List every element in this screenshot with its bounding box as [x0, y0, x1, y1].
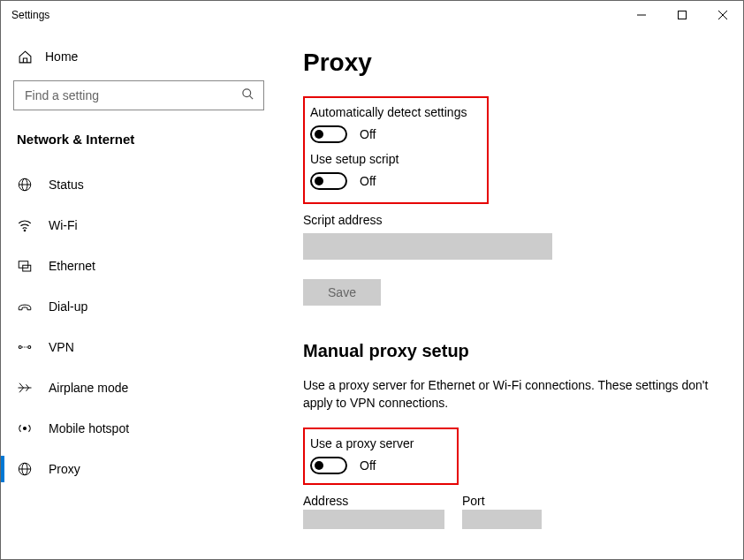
nav-item-wifi[interactable]: Wi-Fi: [1, 205, 277, 246]
proxy-icon: [17, 461, 33, 477]
manual-section-title: Manual proxy setup: [303, 341, 717, 361]
category-title: Network & Internet: [1, 119, 277, 161]
home-link[interactable]: Home: [1, 40, 277, 73]
nav-item-dialup[interactable]: Dial-up: [1, 286, 277, 327]
status-icon: [17, 177, 33, 193]
script-address-input: [303, 233, 552, 260]
use-proxy-state: Off: [360, 458, 376, 473]
nav-label: Ethernet: [49, 259, 95, 273]
port-input: [462, 510, 542, 529]
auto-detect-label: Automatically detect settings: [310, 105, 478, 119]
setup-script-label: Use setup script: [310, 152, 478, 166]
wifi-icon: [17, 217, 33, 233]
nav-label: Status: [49, 178, 84, 192]
save-label: Save: [328, 285, 356, 299]
use-proxy-label: Use a proxy server: [310, 436, 448, 450]
dialup-icon: [17, 299, 33, 314]
nav-item-hotspot[interactable]: Mobile hotspot: [1, 408, 277, 449]
nav-label: Mobile hotspot: [49, 421, 129, 435]
search-box[interactable]: [13, 80, 264, 110]
auto-detect-state: Off: [360, 127, 376, 141]
script-address-label: Script address: [303, 213, 717, 227]
address-input: [303, 510, 444, 529]
home-icon: [17, 49, 33, 64]
maximize-icon: [678, 11, 687, 19]
search-icon: [241, 87, 254, 103]
minimize-button[interactable]: [621, 1, 662, 29]
highlight-auto-section: Automatically detect settings Off Use se…: [303, 96, 489, 204]
nav-item-vpn[interactable]: VPN: [1, 327, 277, 367]
nav-list: Status Wi-Fi Ethernet: [1, 164, 277, 489]
minimize-icon: [637, 11, 646, 19]
nav-item-ethernet[interactable]: Ethernet: [1, 246, 277, 286]
page-title: Proxy: [303, 49, 717, 77]
svg-point-15: [24, 428, 27, 430]
content-pane: Proxy Automatically detect settings Off …: [277, 29, 743, 559]
use-proxy-toggle[interactable]: [310, 457, 347, 474]
svg-line-5: [249, 95, 253, 99]
save-button: Save: [303, 279, 381, 306]
setup-script-toggle[interactable]: [310, 172, 347, 190]
svg-rect-1: [679, 11, 687, 19]
nav-label: Wi-Fi: [49, 218, 78, 232]
setup-script-state: Off: [360, 174, 376, 188]
svg-point-9: [24, 230, 26, 231]
svg-point-4: [243, 89, 251, 97]
svg-point-12: [19, 346, 21, 349]
nav-item-airplane[interactable]: Airplane mode: [1, 367, 277, 408]
titlebar: Settings: [1, 1, 743, 29]
svg-point-13: [28, 346, 31, 349]
auto-detect-toggle[interactable]: [310, 125, 347, 143]
nav-item-proxy[interactable]: Proxy: [1, 449, 277, 489]
maximize-button[interactable]: [662, 1, 702, 29]
hotspot-icon: [17, 420, 33, 436]
highlight-proxy-section: Use a proxy server Off: [303, 428, 459, 485]
nav-label: Proxy: [49, 462, 80, 476]
search-input[interactable]: [23, 87, 241, 103]
nav-label: Airplane mode: [49, 381, 128, 395]
window-title: Settings: [11, 9, 49, 21]
nav-label: VPN: [49, 340, 74, 354]
address-label: Address: [303, 494, 444, 508]
svg-rect-10: [19, 261, 28, 269]
vpn-icon: [17, 339, 33, 355]
sidebar: Home Network & Internet Status: [1, 29, 277, 559]
ethernet-icon: [17, 258, 33, 274]
airplane-icon: [17, 380, 33, 396]
nav-label: Dial-up: [49, 299, 87, 314]
manual-description: Use a proxy server for Ethernet or Wi-Fi…: [303, 377, 710, 412]
nav-item-status[interactable]: Status: [1, 164, 277, 205]
settings-window: Settings Home Networ: [0, 0, 744, 560]
port-label: Port: [462, 494, 542, 508]
home-label: Home: [45, 49, 78, 64]
close-icon: [718, 11, 727, 19]
close-button[interactable]: [702, 1, 743, 29]
